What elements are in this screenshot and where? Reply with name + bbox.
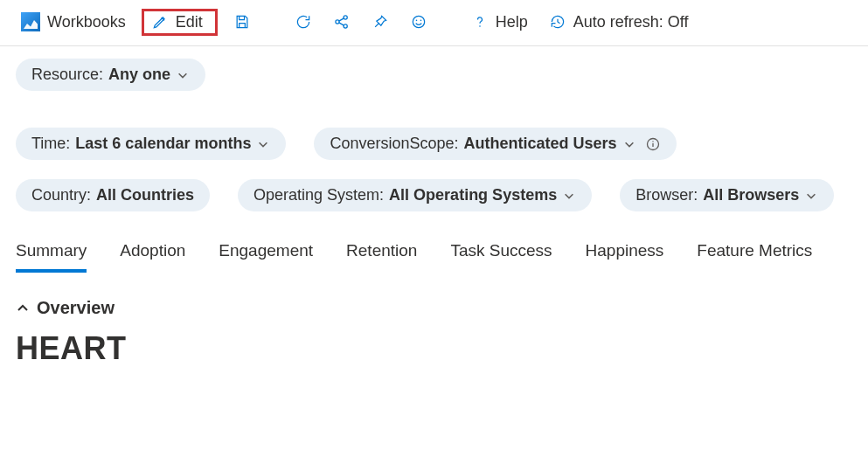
help-button[interactable]: Help bbox=[466, 10, 533, 35]
filter-area: Resource: Any one Time: Last 6 calendar … bbox=[0, 46, 868, 220]
pencil-icon bbox=[151, 13, 169, 31]
save-icon bbox=[233, 13, 251, 31]
save-button[interactable] bbox=[228, 10, 256, 34]
svg-point-3 bbox=[413, 16, 424, 27]
tab-summary[interactable]: Summary bbox=[16, 241, 87, 273]
filter-conversionscope[interactable]: ConversionScope: Authenticated Users bbox=[314, 128, 676, 160]
history-icon bbox=[549, 13, 566, 31]
filter-label: Browser: bbox=[635, 186, 698, 204]
svg-point-0 bbox=[336, 20, 339, 24]
feedback-button[interactable] bbox=[405, 10, 433, 34]
filter-value: Any one bbox=[108, 66, 170, 84]
edit-label: Edit bbox=[176, 13, 203, 31]
svg-point-2 bbox=[344, 24, 347, 28]
filter-value: All Operating Systems bbox=[389, 186, 557, 204]
overview-label: Overview bbox=[37, 298, 115, 318]
filter-time[interactable]: Time: Last 6 calendar months bbox=[16, 128, 286, 160]
toolbar: Workbooks Edit H bbox=[0, 0, 868, 46]
tab-task-success[interactable]: Task Success bbox=[450, 241, 552, 273]
filter-row-1: Resource: Any one bbox=[16, 59, 852, 91]
filter-resource[interactable]: Resource: Any one bbox=[16, 59, 205, 91]
svg-point-6 bbox=[479, 25, 481, 27]
workbooks-button[interactable]: Workbooks bbox=[16, 9, 131, 35]
help-label: Help bbox=[496, 13, 528, 31]
svg-point-8 bbox=[652, 141, 653, 142]
autorefresh-label: Auto refresh: Off bbox=[573, 13, 689, 31]
tab-feature-metrics[interactable]: Feature Metrics bbox=[697, 241, 812, 273]
filter-row-2: Time: Last 6 calendar months ConversionS… bbox=[16, 128, 852, 211]
filter-label: Resource: bbox=[31, 66, 103, 84]
content-section: Overview HEART bbox=[0, 273, 868, 376]
tab-engagement[interactable]: Engagement bbox=[219, 241, 313, 273]
tabs: Summary Adoption Engagement Retention Ta… bbox=[0, 220, 868, 273]
smile-icon bbox=[410, 13, 427, 31]
filter-os[interactable]: Operating System: All Operating Systems bbox=[238, 179, 592, 211]
svg-point-5 bbox=[420, 20, 421, 22]
workbook-icon bbox=[21, 12, 40, 31]
chevron-down-icon bbox=[176, 68, 190, 82]
share-icon bbox=[333, 13, 351, 31]
svg-point-4 bbox=[415, 20, 417, 22]
overview-toggle[interactable]: Overview bbox=[16, 298, 852, 318]
filter-label: Operating System: bbox=[253, 186, 384, 204]
filter-label: Time: bbox=[31, 135, 70, 153]
refresh-icon bbox=[295, 13, 312, 31]
filter-value: Last 6 calendar months bbox=[75, 135, 251, 153]
edit-button[interactable]: Edit bbox=[142, 9, 218, 36]
help-icon bbox=[471, 13, 489, 31]
filter-value: Authenticated Users bbox=[464, 135, 617, 153]
tab-adoption[interactable]: Adoption bbox=[120, 241, 185, 273]
chevron-down-icon bbox=[256, 137, 270, 151]
chevron-down-icon bbox=[622, 137, 636, 151]
filter-country[interactable]: Country: All Countries bbox=[16, 179, 210, 211]
tab-happiness[interactable]: Happiness bbox=[586, 241, 664, 273]
chevron-down-icon bbox=[562, 189, 576, 203]
info-icon[interactable] bbox=[645, 136, 661, 152]
workbooks-label: Workbooks bbox=[47, 13, 126, 31]
filter-value: All Countries bbox=[96, 186, 194, 204]
filter-value: All Browsers bbox=[703, 186, 799, 204]
svg-point-1 bbox=[344, 16, 347, 19]
share-button[interactable] bbox=[328, 10, 356, 34]
filter-label: Country: bbox=[31, 186, 91, 204]
chevron-down-icon bbox=[804, 189, 818, 203]
chevron-up-icon bbox=[16, 301, 30, 315]
page-title: HEART bbox=[16, 330, 852, 367]
pin-icon bbox=[372, 13, 389, 31]
filter-browser[interactable]: Browser: All Browsers bbox=[620, 179, 834, 211]
autorefresh-button[interactable]: Auto refresh: Off bbox=[544, 10, 694, 35]
pin-button[interactable] bbox=[366, 10, 394, 34]
filter-label: ConversionScope: bbox=[330, 135, 458, 153]
refresh-button[interactable] bbox=[289, 10, 317, 34]
tab-retention[interactable]: Retention bbox=[346, 241, 417, 273]
